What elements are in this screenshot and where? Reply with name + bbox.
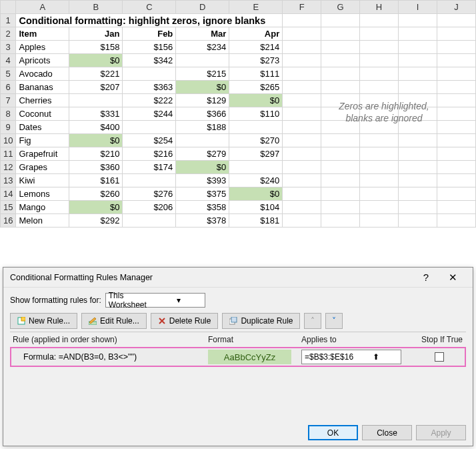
select-all-cell[interactable] bbox=[1, 1, 16, 14]
cell[interactable]: $360 bbox=[69, 161, 123, 174]
cell[interactable] bbox=[360, 174, 399, 187]
cell[interactable] bbox=[283, 67, 321, 81]
cell[interactable] bbox=[283, 214, 321, 228]
cell[interactable]: $260 bbox=[69, 187, 123, 201]
row-header[interactable]: 4 bbox=[1, 54, 16, 67]
row-header[interactable]: 1 bbox=[1, 14, 16, 27]
cell[interactable]: $156 bbox=[123, 41, 176, 54]
cell[interactable]: $292 bbox=[69, 214, 123, 228]
cell[interactable]: $297 bbox=[229, 147, 283, 161]
cell[interactable] bbox=[360, 27, 399, 41]
cell[interactable]: Mar bbox=[176, 27, 229, 41]
cell[interactable]: $244 bbox=[123, 107, 176, 121]
row-header[interactable]: 11 bbox=[1, 147, 16, 161]
show-rules-for-select[interactable]: This Worksheet ▾ bbox=[105, 293, 205, 308]
cell[interactable]: $342 bbox=[123, 54, 176, 67]
cell[interactable]: $240 bbox=[229, 174, 283, 187]
cell[interactable] bbox=[229, 121, 283, 134]
stop-if-true-checkbox[interactable] bbox=[435, 352, 444, 362]
column-header[interactable]: J bbox=[437, 1, 475, 14]
column-header[interactable]: F bbox=[283, 1, 321, 14]
cell[interactable]: Conditional formatting: highlight zeros,… bbox=[16, 14, 283, 27]
cell[interactable] bbox=[321, 41, 360, 54]
cell[interactable] bbox=[283, 107, 321, 121]
cell[interactable] bbox=[437, 41, 475, 54]
move-down-button[interactable]: ˅ bbox=[325, 313, 343, 329]
cell[interactable]: Item bbox=[16, 27, 69, 41]
cell[interactable] bbox=[360, 54, 399, 67]
column-header[interactable]: G bbox=[321, 1, 360, 14]
cell[interactable] bbox=[283, 94, 321, 107]
cell[interactable] bbox=[437, 81, 475, 94]
close-icon[interactable]: ✕ bbox=[439, 272, 466, 284]
range-picker-icon[interactable]: ⬆ bbox=[353, 352, 398, 362]
cell[interactable] bbox=[321, 27, 360, 41]
cell[interactable]: $104 bbox=[229, 201, 283, 214]
cell[interactable] bbox=[360, 201, 399, 214]
cell[interactable]: Kiwi bbox=[16, 174, 69, 187]
cell[interactable] bbox=[360, 214, 399, 228]
row-header[interactable]: 7 bbox=[1, 94, 16, 107]
cell[interactable]: Avocado bbox=[16, 67, 69, 81]
row-header[interactable]: 6 bbox=[1, 81, 16, 94]
cell[interactable] bbox=[437, 121, 475, 134]
cell[interactable] bbox=[321, 174, 360, 187]
cell[interactable]: Apr bbox=[229, 27, 283, 41]
cell[interactable] bbox=[283, 161, 321, 174]
cell[interactable] bbox=[283, 14, 321, 27]
cell[interactable] bbox=[437, 134, 475, 147]
cell[interactable] bbox=[399, 187, 437, 201]
cell[interactable] bbox=[437, 174, 475, 187]
cell[interactable] bbox=[283, 54, 321, 67]
cell[interactable] bbox=[321, 14, 360, 27]
cell[interactable] bbox=[399, 14, 437, 27]
row-header[interactable]: 15 bbox=[1, 201, 16, 214]
cell[interactable] bbox=[321, 67, 360, 81]
cell[interactable] bbox=[437, 54, 475, 67]
column-header[interactable]: B bbox=[69, 1, 123, 14]
cell[interactable] bbox=[360, 147, 399, 161]
cell[interactable] bbox=[283, 81, 321, 94]
cell[interactable]: $378 bbox=[176, 214, 229, 228]
cell[interactable] bbox=[360, 14, 399, 27]
cell[interactable] bbox=[283, 27, 321, 41]
cell[interactable]: $0 bbox=[69, 54, 123, 67]
cell[interactable] bbox=[437, 187, 475, 201]
cell[interactable]: $254 bbox=[123, 134, 176, 147]
cell[interactable] bbox=[176, 134, 229, 147]
row-header[interactable]: 10 bbox=[1, 134, 16, 147]
cell[interactable] bbox=[437, 27, 475, 41]
cell[interactable] bbox=[399, 134, 437, 147]
cell[interactable]: $393 bbox=[176, 174, 229, 187]
row-header[interactable]: 2 bbox=[1, 27, 16, 41]
applies-to-input[interactable]: =$B$3:$E$16 ⬆ bbox=[301, 350, 401, 364]
cell[interactable] bbox=[69, 94, 123, 107]
cell[interactable] bbox=[399, 161, 437, 174]
cell[interactable] bbox=[321, 201, 360, 214]
cell[interactable]: $129 bbox=[176, 94, 229, 107]
cell[interactable] bbox=[123, 121, 176, 134]
cell[interactable]: $265 bbox=[229, 81, 283, 94]
cell[interactable] bbox=[437, 14, 475, 27]
cell[interactable] bbox=[360, 161, 399, 174]
cell[interactable] bbox=[283, 147, 321, 161]
cell[interactable] bbox=[437, 94, 475, 107]
row-header[interactable]: 12 bbox=[1, 161, 16, 174]
cell[interactable]: $207 bbox=[69, 81, 123, 94]
row-header[interactable]: 9 bbox=[1, 121, 16, 134]
cell[interactable]: $210 bbox=[69, 147, 123, 161]
cell[interactable]: $214 bbox=[229, 41, 283, 54]
column-header[interactable]: I bbox=[399, 1, 437, 14]
cell[interactable]: $215 bbox=[176, 67, 229, 81]
cell[interactable]: $273 bbox=[229, 54, 283, 67]
cell[interactable]: Bananas bbox=[16, 81, 69, 94]
cell[interactable] bbox=[437, 147, 475, 161]
delete-rule-button[interactable]: Delete Rule bbox=[151, 313, 219, 329]
cell[interactable] bbox=[360, 187, 399, 201]
cell[interactable]: Dates bbox=[16, 121, 69, 134]
help-icon[interactable]: ? bbox=[413, 272, 439, 283]
column-header[interactable]: A bbox=[16, 1, 69, 14]
rule-row[interactable]: Formula: =AND(B3=0, B3<>"") AaBbCcYyZz =… bbox=[10, 347, 466, 367]
cell[interactable]: Melon bbox=[16, 214, 69, 228]
cell[interactable] bbox=[229, 161, 283, 174]
